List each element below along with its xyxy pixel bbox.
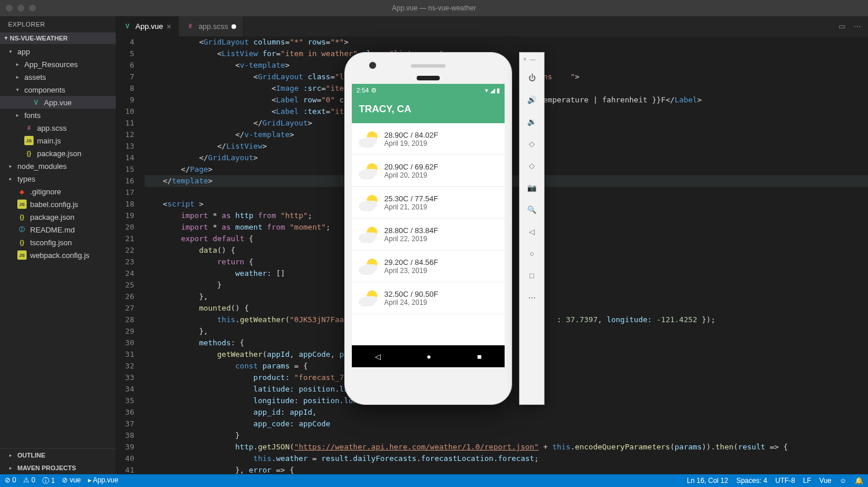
status-item[interactable]: ⚠ 0 [23, 476, 35, 486]
folder-app_resources[interactable]: App_Resources [0, 58, 116, 71]
emu-close[interactable]: × [523, 56, 527, 62]
folder-components[interactable]: components [0, 83, 116, 96]
panel-maven-projects[interactable]: MAVEN PROJECTS [0, 462, 116, 474]
minimize-window[interactable] [17, 5, 24, 12]
weather-icon [359, 288, 378, 308]
sidebar-footer: OUTLINEMAVEN PROJECTS [0, 448, 116, 474]
weather-temp: 28.90C / 84.02F [384, 131, 438, 139]
close-window[interactable] [6, 5, 13, 12]
weather-row[interactable]: 28.80C / 83.84FApril 22, 2019 [352, 219, 505, 250]
status-icons: ▾ ◢ ▮ [485, 87, 500, 94]
tree-label: assets [24, 73, 46, 82]
emu-back-icon[interactable]: ◁ [525, 224, 539, 238]
weather-date: April 23, 2019 [384, 267, 438, 275]
weather-row[interactable]: 25.30C / 77.54FApril 21, 2019 [352, 187, 505, 219]
statusbar: ⊘ 0⚠ 0ⓘ 1⊘ vue▸ App.vue Ln 16, Col 12Spa… [0, 474, 868, 487]
emulator-window-controls: ×— [520, 56, 536, 62]
status-item[interactable]: 🔔 [855, 477, 863, 485]
close-icon[interactable]: × [167, 22, 171, 31]
file--gitignore[interactable]: ◆.gitignore [0, 185, 116, 198]
json-file-icon: {} [17, 212, 27, 222]
weather-row[interactable]: 20.90C / 69.62FApril 20, 2019 [352, 155, 505, 187]
tree-label: App_Resources [24, 60, 78, 69]
zoom-window[interactable] [29, 5, 36, 12]
phone-bezel-bottom [352, 367, 505, 395]
folder-node_modules[interactable]: node_modules [0, 160, 116, 172]
weather-row[interactable]: 29.20C / 84.56FApril 23, 2019 [352, 250, 505, 282]
scss-file-icon: # [186, 22, 195, 31]
tree-label: app [17, 47, 30, 56]
file-package-json[interactable]: {}package.json [0, 147, 116, 160]
tab-app-scss[interactable]: #app.scss [179, 16, 244, 36]
titlebar: App.vue — ns-vue-weather [0, 0, 868, 16]
emu-rotate-right-icon[interactable]: ◇ [525, 158, 539, 172]
file-babel-config-js[interactable]: JSbabel.config.js [0, 198, 116, 211]
status-item[interactable]: Vue [819, 477, 832, 485]
status-item[interactable]: ⓘ 1 [42, 476, 55, 486]
file-tsconfig-json[interactable]: {}tsconfig.json [0, 236, 116, 249]
phone-frame: 2:54 ⚙ ▾ ◢ ▮ TRACY, CA 28.90C / 84.02FAp… [344, 52, 512, 405]
weather-list[interactable]: 28.90C / 84.02FApril 19, 201920.90C / 69… [352, 123, 505, 345]
emu-home-icon[interactable]: ○ [525, 246, 539, 260]
nav-overview-icon[interactable]: ■ [477, 352, 481, 361]
nav-home-icon[interactable]: ● [426, 352, 431, 361]
weather-icon [359, 224, 378, 244]
chevron-icon [9, 452, 14, 458]
folder-assets[interactable]: assets [0, 71, 116, 83]
folder-types[interactable]: types [0, 172, 116, 185]
file-main-js[interactable]: JSmain.js [0, 134, 116, 147]
status-item[interactable]: ▸ App.vue [88, 476, 119, 486]
status-time: 2:54 [356, 87, 369, 94]
status-item[interactable]: LF [803, 477, 811, 485]
weather-icon [359, 256, 378, 276]
weather-row[interactable]: 32.50C / 90.50FApril 24, 2019 [352, 282, 505, 314]
android-statusbar: 2:54 ⚙ ▾ ◢ ▮ [352, 84, 505, 97]
split-editor-icon[interactable]: ▭ [838, 22, 845, 31]
gutter: 4567891011121314151617181920212223242526… [116, 36, 145, 474]
weather-temp: 29.20C / 84.56F [384, 258, 438, 267]
status-item[interactable]: ⊘ vue [62, 476, 81, 486]
weather-icon [359, 129, 378, 149]
folder-app[interactable]: app [0, 45, 116, 58]
tab-label: app.scss [198, 22, 228, 31]
tree-label: App.vue [44, 98, 72, 107]
weather-row[interactable]: 28.90C / 84.02FApril 19, 2019 [352, 123, 505, 155]
project-header[interactable]: NS-VUE-WEATHER [0, 32, 116, 44]
weather-date: April 22, 2019 [384, 235, 438, 243]
weather-icon [359, 193, 378, 212]
emu-volume-down-icon[interactable]: 🔉 [525, 115, 539, 128]
status-item[interactable]: ⊘ 0 [5, 476, 16, 486]
chevron-icon [9, 176, 14, 182]
statusbar-left: ⊘ 0⚠ 0ⓘ 1⊘ vue▸ App.vue [5, 476, 118, 486]
emu-rotate-left-icon[interactable]: ◇ [525, 136, 539, 150]
tree-label: webpack.config.js [30, 251, 90, 260]
phone-bezel-top [352, 60, 505, 84]
file-package-json[interactable]: {}package.json [0, 211, 116, 223]
emulator-toolbar: ×— ⏻🔊🔉◇◇📷🔍◁○□⋯ [519, 52, 545, 405]
emu-min[interactable]: — [530, 56, 536, 62]
more-icon[interactable]: ⋯ [854, 22, 861, 31]
emu-volume-up-icon[interactable]: 🔊 [525, 93, 539, 106]
tree-label: README.md [30, 226, 75, 234]
weather-date: April 20, 2019 [384, 171, 438, 179]
emu-camera-icon[interactable]: 📷 [525, 180, 539, 194]
file-app-scss[interactable]: #app.scss [0, 121, 116, 134]
nav-back-icon[interactable]: ◁ [375, 352, 381, 361]
file-webpack-config-js[interactable]: JSwebpack.config.js [0, 249, 116, 261]
emu-power-icon[interactable]: ⏻ [525, 71, 539, 84]
phone-screen[interactable]: 2:54 ⚙ ▾ ◢ ▮ TRACY, CA 28.90C / 84.02FAp… [352, 84, 505, 367]
file-readme-md[interactable]: ⓘREADME.md [0, 223, 116, 236]
status-item[interactable]: Spaces: 4 [736, 477, 767, 485]
status-item[interactable]: ☺ [840, 477, 847, 485]
emu-zoom-icon[interactable]: 🔍 [525, 202, 539, 216]
emu-overview-icon[interactable]: □ [525, 268, 539, 282]
js-file-icon: JS [24, 136, 34, 145]
file-app-vue[interactable]: VApp.vue [0, 96, 116, 109]
folder-fonts[interactable]: fonts [0, 109, 116, 121]
status-item[interactable]: Ln 16, Col 12 [687, 477, 728, 485]
status-item[interactable]: UTF-8 [775, 477, 795, 485]
tab-app-vue[interactable]: VApp.vue× [116, 16, 179, 36]
panel-label: OUTLINE [17, 452, 45, 459]
panel-outline[interactable]: OUTLINE [0, 449, 116, 462]
emu-more-icon[interactable]: ⋯ [525, 290, 539, 304]
